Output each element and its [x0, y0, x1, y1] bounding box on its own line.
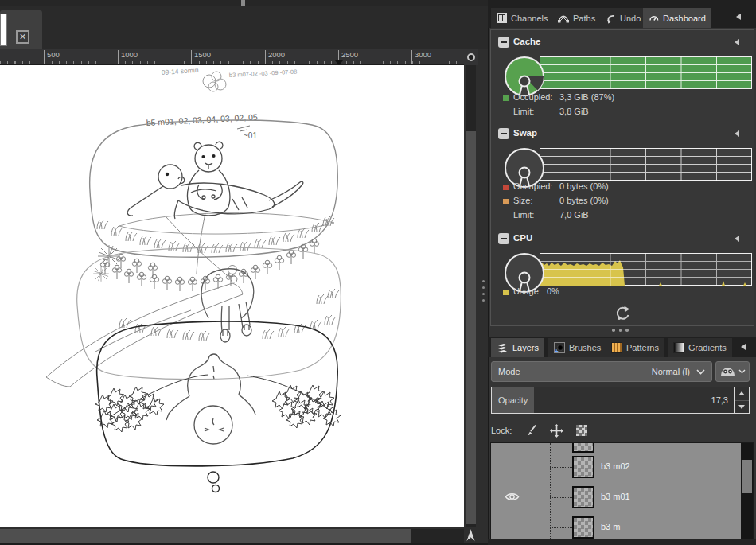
cpu-section-title: CPU — [513, 233, 532, 243]
tab-undo[interactable]: Undo — [599, 8, 646, 28]
tab-brushes[interactable]: + Brushes — [548, 338, 606, 357]
image-canvas[interactable]: 09-14 somin b3 m07-02 -03 -09 -07-08 b5 … — [0, 65, 464, 527]
mode-value: Normal (l) — [652, 367, 690, 376]
mode-label: Mode — [498, 367, 520, 376]
layer-thumbnail[interactable] — [572, 486, 594, 508]
zoom-follow-window-button[interactable] — [464, 49, 478, 65]
cache-occupied-swatch — [503, 95, 509, 101]
tab-label: Layers — [512, 343, 539, 352]
close-image-icon[interactable]: ✕ — [16, 30, 29, 44]
swap-section-title: Swap — [513, 128, 537, 138]
tree-stub — [550, 527, 572, 528]
layer-thumbnail[interactable] — [572, 516, 594, 539]
tab-patterns[interactable]: Patterns — [606, 338, 664, 357]
image-tab[interactable]: ✕ — [0, 10, 42, 49]
paths-icon — [558, 13, 569, 23]
tab-gradients[interactable]: Gradients — [668, 338, 732, 357]
image-thumbnail — [0, 14, 7, 46]
bush-right — [272, 385, 341, 428]
ruler-tick: 3000 — [411, 50, 431, 64]
cache-occupied-value: 3,3 GiB (87%) — [559, 92, 614, 102]
tab-label: Dashboard — [663, 14, 706, 23]
sketch-note-1: 09-14 somin — [161, 66, 199, 76]
layers-scroll-thumb[interactable] — [742, 460, 752, 493]
patterns-icon — [611, 342, 622, 353]
tab-dashboard[interactable]: Dashboard — [643, 8, 711, 28]
dock-menu-icon[interactable] — [734, 12, 743, 21]
opacity-spin-up[interactable] — [735, 387, 749, 401]
cpu-history-graph — [540, 253, 752, 286]
brushes-icon: + — [554, 342, 565, 353]
lock-position-icon[interactable] — [550, 424, 563, 438]
layers-dock-menu-icon[interactable] — [738, 342, 748, 352]
cache-limit-label: Limit: — [513, 107, 534, 116]
tab-label: Channels — [511, 14, 548, 23]
canvas-horizontal-scrollbar[interactable] — [0, 529, 464, 543]
reset-dashboard-button[interactable] — [614, 305, 632, 322]
swap-size-swatch — [503, 199, 509, 204]
canvas-vertical-scrollbar[interactable] — [466, 65, 476, 527]
opacity-spin-down[interactable] — [735, 401, 749, 414]
tab-label: Paths — [573, 14, 595, 23]
swap-size-label: Size: — [513, 196, 532, 205]
cache-occupied-label: Occupied: — [513, 92, 553, 102]
opacity-value: 17,3 — [711, 395, 728, 405]
dock-bottom-edge — [488, 539, 756, 545]
layers-list[interactable]: b3 m02 b3 m01 b3 m — [490, 442, 754, 539]
channels-icon — [497, 13, 507, 23]
swap-occupied-label: Occupied: — [513, 181, 553, 191]
horizontal-ruler: 500 1000 1500 2000 2500 3000 — [0, 49, 478, 65]
layer-mode-dropdown[interactable]: Mode Normal (l) — [491, 361, 712, 382]
swap-limit-value: 7,0 GiB — [559, 210, 589, 220]
vertical-scroll-thumb[interactable] — [466, 131, 476, 524]
flower-band — [100, 239, 318, 291]
ruler-tick: 1500 — [191, 50, 211, 64]
tab-paths[interactable]: Paths — [552, 8, 601, 28]
swap-expander[interactable] — [498, 128, 509, 139]
swap-occupied-swatch — [503, 185, 509, 190]
cache-limit-value: 3,8 GiB — [559, 107, 589, 116]
ruler-tick: 500 — [44, 50, 60, 64]
swap-limit-label: Limit: — [513, 210, 534, 220]
swap-history-graph — [540, 148, 752, 181]
layers-list-scrollbar[interactable] — [741, 443, 754, 539]
lock-pixels-icon[interactable] — [524, 424, 537, 437]
tab-layers[interactable]: Layers — [491, 338, 544, 357]
sketch-panel-sub: ~01 — [244, 131, 257, 140]
cache-history-graph — [540, 56, 752, 89]
tree-stub — [550, 467, 572, 468]
layer-mode-switch-button[interactable] — [715, 361, 750, 382]
swap-occupied-value: 0 bytes (0%) — [559, 181, 609, 191]
tab-channels[interactable]: Channels — [491, 8, 553, 28]
undo-icon — [605, 13, 616, 24]
cache-menu-icon[interactable] — [732, 37, 742, 47]
circle-icon — [467, 53, 475, 61]
ruler-tick: 1000 — [118, 50, 138, 64]
cache-expander[interactable] — [498, 37, 509, 48]
layer-name[interactable]: b3 m — [601, 522, 620, 531]
eye-icon[interactable] — [505, 492, 520, 502]
dock-splitter-handle[interactable] — [478, 65, 488, 527]
layer-thumbnail-partial[interactable] — [572, 442, 594, 453]
tab-label: Gradients — [688, 343, 727, 352]
dashboard-icon — [649, 13, 659, 23]
layer-thumbnail[interactable] — [572, 456, 594, 478]
layers-icon — [497, 343, 509, 353]
swap-menu-icon[interactable] — [732, 129, 742, 138]
lock-label: Lock: — [491, 426, 512, 435]
titlebar-artifact — [241, 0, 245, 6]
image-tab-bar — [0, 6, 488, 49]
panel-resize-grip[interactable] — [612, 329, 629, 332]
cpu-expander[interactable] — [498, 233, 509, 244]
layer-name[interactable]: b3 m01 — [601, 492, 630, 501]
lock-alpha-icon[interactable] — [576, 425, 587, 436]
cpu-menu-icon[interactable] — [732, 234, 742, 243]
tree-stub — [550, 497, 572, 498]
otter-sketch-drawing: 09-14 somin b3 m07-02 -03 -09 -07-08 b5 … — [0, 65, 464, 527]
cache-section-title: Cache — [513, 37, 541, 46]
layer-name[interactable]: b3 m02 — [601, 461, 630, 471]
bush-left — [95, 387, 164, 432]
opacity-slider[interactable]: Opacity 17,3 — [491, 387, 750, 414]
cpu-usage-value: 0% — [547, 286, 559, 296]
horizontal-scroll-thumb[interactable] — [0, 529, 411, 543]
